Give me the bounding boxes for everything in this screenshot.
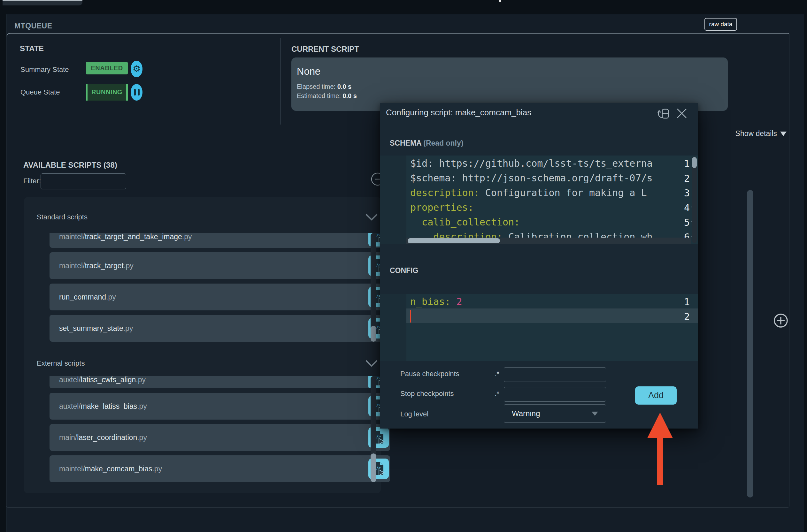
summary-state-label: Summary State [20, 65, 69, 74]
schema-section-label: SCHEMA (Read only) [390, 139, 463, 148]
chevron-down-icon [780, 132, 787, 136]
annotation-arrow [647, 413, 673, 485]
queue-scrollbar[interactable] [747, 190, 753, 497]
config-gutter [380, 294, 406, 361]
script-item[interactable]: maintel/track_target_and_take_image.py <… [50, 233, 390, 248]
undock-button[interactable] [657, 108, 670, 120]
code-line: properties: [410, 202, 474, 213]
script-item[interactable]: auxtel/latiss_cwfs_align.py </> [50, 376, 390, 388]
pause-queue-button[interactable] [131, 84, 143, 100]
config-section-label: CONFIG [390, 266, 418, 275]
browser-tab-remnant [3, 0, 82, 5]
close-icon [676, 108, 688, 119]
pause-icon [133, 89, 140, 95]
stop-checkpoints-label: Stop checkpoints.* [400, 390, 499, 398]
script-filename: auxtel/make_latiss_bias.py [59, 402, 147, 411]
script-item[interactable]: set_summary_state.py </> [50, 315, 390, 342]
config-editor[interactable]: 1n_bias: 22 [380, 294, 698, 361]
elapsed-time: Elapsed time: 0.0 s [297, 83, 352, 90]
line-number: 2 [684, 173, 690, 184]
script-filename: maintel/track_target_and_take_image.py [59, 233, 192, 241]
standard-scrollbar[interactable] [371, 233, 376, 342]
schema-vertical-scrollbar[interactable] [692, 156, 697, 243]
add-panel-button[interactable] [773, 313, 788, 328]
group-collapse-toggle[interactable] [365, 213, 378, 221]
top-bar [0, 0, 807, 14]
script-filename: main/laser_coordination.py [59, 433, 147, 442]
code-line: n_bias: 2 [410, 296, 462, 307]
chevron-down-icon [365, 213, 378, 221]
current-script-title: CURRENT SCRIPT [292, 45, 359, 54]
summary-state-settings-button[interactable]: ⚙ [131, 61, 143, 77]
script-item[interactable]: maintel/track_target.py </> [50, 252, 390, 279]
group-label: Standard scripts [37, 213, 88, 221]
pause-checkpoints-input[interactable] [504, 367, 606, 382]
select-caret-icon [592, 412, 598, 416]
code-line: calib_collection: [410, 216, 520, 228]
external-scrollbar-thumb[interactable] [371, 453, 376, 482]
code-line: $id: https://github.com/lsst-ts/ts_exter… [410, 158, 653, 169]
add-button[interactable]: Add [635, 386, 677, 404]
estimated-time: Estimated time: 0.0 s [297, 92, 357, 100]
active-line-highlight [406, 308, 698, 323]
chevron-down-icon [365, 359, 378, 367]
script-filename: set_summary_state.py [59, 324, 133, 333]
available-scripts-title: AVAILABLE SCRIPTS (38) [23, 160, 117, 170]
log-level-select[interactable]: Warning [504, 404, 606, 423]
script-filename: auxtel/latiss_cwfs_align.py [59, 376, 146, 384]
standard-scrollbar-thumb[interactable] [371, 326, 376, 342]
current-script-name: None [297, 66, 320, 77]
raw-data-button[interactable]: raw data [705, 18, 737, 31]
schema-vertical-thumb[interactable] [692, 157, 697, 168]
undock-icon [657, 108, 670, 120]
filter-label: Filter: [23, 177, 41, 185]
code-line: $schema: http://json-schema.org/draft-07… [410, 172, 653, 184]
schema-gutter [380, 155, 406, 244]
pause-checkpoints-label: Pause checkpoints.* [400, 370, 499, 378]
text-cursor [410, 310, 411, 323]
script-item[interactable]: auxtel/make_latiss_bias.py </> [50, 393, 390, 420]
script-item[interactable]: run_command.py </> [50, 284, 390, 310]
group-label: External scripts [37, 359, 85, 367]
script-filename: maintel/make_comcam_bias.py [59, 464, 162, 473]
script-item[interactable]: main/laser_coordination.py </> [50, 424, 390, 451]
summary-state-badge: ENABLED [86, 62, 128, 74]
plus-circle-icon [773, 313, 788, 328]
page-title: MTQUEUE [14, 22, 52, 30]
line-number: 3 [684, 187, 690, 198]
scripts-list: Standard scripts maintel/track_target_an… [24, 197, 381, 493]
line-number: 2 [684, 311, 690, 322]
queue-state-badge: RUNNING [86, 84, 128, 100]
group-collapse-toggle[interactable] [365, 359, 378, 367]
schema-editor[interactable]: 1$id: https://github.com/lsst-ts/ts_exte… [380, 155, 698, 244]
line-number: 4 [684, 202, 690, 213]
configure-script-modal: Configuring script: make_comcam_bias SCH… [380, 103, 698, 429]
script-item[interactable]: maintel/make_comcam_bias.py </> [50, 455, 390, 482]
code-line: description: Configuration for making a … [410, 187, 647, 198]
log-level-label: Log level [400, 410, 499, 418]
modal-title: Configuring script: make_comcam_bias [386, 108, 531, 117]
line-number: 1 [684, 158, 690, 169]
queue-state-label: Queue State [20, 88, 60, 96]
stop-checkpoints-input[interactable] [504, 387, 606, 402]
gear-icon: ⚙ [133, 64, 140, 73]
script-filename: run_command.py [59, 293, 116, 301]
line-number: 1 [684, 296, 690, 307]
line-number: 5 [684, 217, 690, 228]
top-dot [499, 0, 501, 2]
close-modal-button[interactable] [676, 108, 688, 119]
filter-input[interactable] [41, 173, 126, 189]
script-filename: maintel/track_target.py [59, 262, 134, 270]
schema-horizontal-thumb[interactable] [408, 238, 500, 243]
app-root: MTQUEUE raw data STATE Summary State ENA… [0, 0, 807, 532]
state-section-title: STATE [20, 44, 44, 53]
